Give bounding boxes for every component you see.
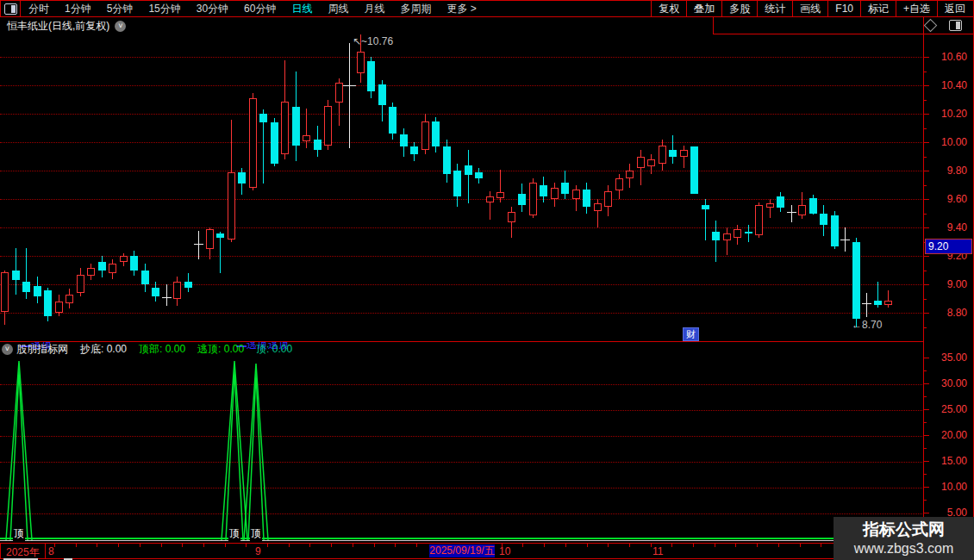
axis-tick-major xyxy=(924,358,929,358)
toolbar-button-返回[interactable]: 返回 xyxy=(937,1,972,16)
candle-body xyxy=(615,178,623,191)
toolbar-button-标记[interactable]: 标记 xyxy=(860,1,896,16)
period-tab-分时[interactable]: 分时 xyxy=(21,2,57,16)
indicator-output-顶: 顶: 0.00 xyxy=(256,342,292,357)
candle-body xyxy=(508,212,515,222)
toolbar-right-buttons: 复权叠加多股统计画线F10标记+自选返回 xyxy=(651,1,972,16)
period-tab-周线[interactable]: 周线 xyxy=(320,2,356,16)
period-tab-60分钟[interactable]: 60分钟 xyxy=(236,2,284,16)
candle-body xyxy=(518,194,526,205)
candle-wick xyxy=(715,221,716,262)
indicator-output-顶部: 顶部: 0.00 xyxy=(139,342,185,357)
indicator-header: ˅ 股朋指标网抄底: 0.00顶部: 0.00逃顶: 0.00顶: 0.00 xyxy=(0,343,304,356)
candle-body xyxy=(852,242,860,319)
date-tick xyxy=(608,544,609,547)
indicator-axis-label: 15.00 xyxy=(941,455,967,467)
candle-body xyxy=(120,256,128,262)
candle-body xyxy=(410,146,418,153)
axis-tick-major xyxy=(924,513,929,513)
candle-body xyxy=(798,205,806,215)
price-gridline xyxy=(0,142,922,143)
date-label-9: 9 xyxy=(255,545,261,557)
site-watermark: 指标公式网 www.zbgs3.com xyxy=(834,517,974,560)
date-tick xyxy=(544,544,545,547)
axis-tick-minor xyxy=(924,396,927,397)
toolbar-button-F10[interactable]: F10 xyxy=(827,1,860,16)
candle-doji-bar xyxy=(162,297,172,298)
candle-body xyxy=(77,275,84,294)
finance-event-badge[interactable]: 财 xyxy=(683,327,699,341)
candle-doji-bar xyxy=(862,303,871,304)
date-tick xyxy=(267,544,268,547)
spike-base-label: 顶 xyxy=(228,526,240,541)
toolbar-button-画线[interactable]: 画线 xyxy=(792,1,827,16)
toolbar-button-多股[interactable]: 多股 xyxy=(721,1,757,16)
indicator-axis-label: 35.00 xyxy=(941,352,967,364)
candle-body xyxy=(453,171,461,196)
tdx-app-window: 分时1分钟5分钟15分钟30分钟60分钟日线周线月线多周期更多 > 复权叠加多股… xyxy=(0,0,974,560)
period-tab-月线[interactable]: 月线 xyxy=(356,2,392,16)
title-bar: 恒丰纸业(日线,前复权) ˅ xyxy=(0,17,974,34)
candle-body xyxy=(292,107,300,146)
panel-toggle-icon[interactable] xyxy=(949,20,962,31)
candle-body xyxy=(702,205,709,209)
candle-body xyxy=(712,232,720,240)
candle-body xyxy=(809,198,817,214)
price-axis: 9.20 10.6010.4010.2010.009.809.609.409.2… xyxy=(923,34,974,341)
period-tab-5分钟[interactable]: 5分钟 xyxy=(99,2,141,16)
period-tab-1分钟[interactable]: 1分钟 xyxy=(57,2,99,16)
watermark-url: www.zbgs3.com xyxy=(854,540,954,557)
candle-body xyxy=(583,190,590,207)
period-tab-更多 >[interactable]: 更多 > xyxy=(439,2,484,16)
date-tick xyxy=(757,544,758,547)
toolbar-button-叠加[interactable]: 叠加 xyxy=(686,1,721,16)
axis-tick-major xyxy=(924,461,929,462)
price-gridline xyxy=(0,284,922,285)
date-tick xyxy=(778,544,779,547)
period-tab-15分钟[interactable]: 15分钟 xyxy=(140,2,188,16)
candle-body xyxy=(594,203,602,210)
date-tick xyxy=(715,544,715,547)
indicator-panel[interactable]: ˅ 股朋指标网抄底: 0.00顶部: 0.00逃顶: 0.00顶: 0.00 顶… xyxy=(0,342,923,543)
indicator-axis-label: 20.00 xyxy=(941,429,967,441)
date-axis-bar[interactable]: 2025/09/19/五 2025年891011 xyxy=(0,543,974,559)
axis-tick-minor xyxy=(924,157,927,158)
axis-tick-major xyxy=(924,142,929,143)
price-axis-label: 9.80 xyxy=(947,165,967,177)
period-tab-多周期[interactable]: 多周期 xyxy=(392,2,439,16)
period-tab-30分钟[interactable]: 30分钟 xyxy=(189,2,236,16)
candle-body xyxy=(367,61,375,91)
candle-body xyxy=(659,146,666,165)
date-tick xyxy=(246,544,247,547)
date-divider xyxy=(45,544,46,558)
candle-body xyxy=(551,188,559,199)
indicator-chevron-down-icon[interactable]: ˅ xyxy=(2,344,13,355)
candle-body xyxy=(87,268,95,277)
candle-body xyxy=(475,172,483,178)
candle-body xyxy=(12,271,20,281)
title-chevron-down-icon[interactable]: ˅ xyxy=(115,21,126,32)
date-tick xyxy=(800,544,801,547)
price-gridline xyxy=(0,256,922,257)
candle-wick xyxy=(220,232,221,273)
toolbar-button-统计[interactable]: 统计 xyxy=(757,1,792,16)
price-axis-label: 10.00 xyxy=(941,136,967,148)
candle-body xyxy=(378,84,386,106)
spike-outline xyxy=(6,361,32,540)
diamond-icon[interactable] xyxy=(924,19,938,33)
toolbar-button-+自选[interactable]: +自选 xyxy=(896,1,937,16)
indicator-output-抄底: 抄底: 0.00 xyxy=(80,342,127,357)
date-tick xyxy=(353,544,353,547)
axis-tick-major xyxy=(924,85,929,86)
period-tab-日线[interactable]: 日线 xyxy=(284,2,320,16)
toolbar-button-复权[interactable]: 复权 xyxy=(651,1,686,16)
main-candlestick-chart[interactable]: ↖~10.76 ←8.70 财 xyxy=(0,34,923,341)
date-tick xyxy=(502,544,503,547)
date-tick xyxy=(671,544,672,547)
candle-body xyxy=(206,229,214,249)
axis-tick-minor xyxy=(924,474,927,475)
axis-tick-minor xyxy=(924,327,927,328)
candle-body xyxy=(432,121,440,147)
candle-wick xyxy=(770,199,771,217)
window-layout-icon[interactable] xyxy=(4,3,17,15)
